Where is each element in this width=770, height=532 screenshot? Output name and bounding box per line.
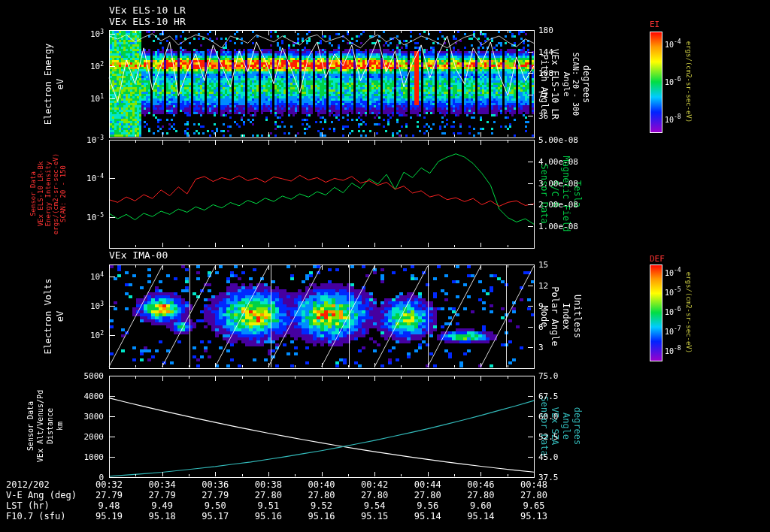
p1-right-label-pitch-angle: Pitch Angle bbox=[539, 54, 550, 113]
p1-ytick: 101 bbox=[53, 93, 104, 104]
p1-right-tick: 72 bbox=[538, 89, 576, 99]
p1-right-tick: 180 bbox=[538, 26, 576, 35]
table-cell: 27.80 bbox=[352, 490, 397, 500]
colorbar2-tick: 10-7 bbox=[665, 325, 695, 335]
p2-right-label-sensor-data: Sensor Data bbox=[539, 164, 550, 223]
p1-right-tick: 36 bbox=[538, 111, 576, 121]
time-label: 00:38 bbox=[246, 479, 291, 490]
p4-ytick: 3000 bbox=[53, 412, 104, 422]
table-cell: 9.65 bbox=[511, 500, 556, 511]
p4-right-tick: 67.5 bbox=[538, 391, 576, 401]
p1-right-label-instrument: VEx ELS-10 LR bbox=[550, 49, 560, 119]
p4-left-label-sensor-data: Sensor Data bbox=[26, 401, 35, 451]
p1-right-label-scan: SCAN: 20 - 300 bbox=[571, 53, 580, 116]
p2-ytick: 10-4 bbox=[53, 173, 104, 184]
table-cell: 9.48 bbox=[86, 500, 132, 511]
table-cell: 27.79 bbox=[86, 490, 132, 500]
plot-canvas bbox=[0, 0, 770, 532]
table-cell: 9.54 bbox=[352, 500, 397, 511]
p4-right-tick: 45.0 bbox=[538, 452, 576, 462]
table-cell: 95.19 bbox=[86, 511, 132, 521]
colorbar1-tick: 10-8 bbox=[665, 113, 695, 123]
time-label: 00:44 bbox=[405, 479, 450, 490]
table-cell: 95.18 bbox=[140, 511, 185, 521]
p2-right-label-magnetic-field: Magnetic Field bbox=[561, 156, 571, 231]
vex-quicklook-plot: VEx ELS-10 LR VEx ELS-10 HR VEx IMA-00 E… bbox=[0, 0, 770, 532]
p3-ytick: 103 bbox=[53, 301, 104, 312]
colorbar1-title: EI bbox=[650, 20, 659, 29]
p3-axis-label-electron-volts: Electron Volts bbox=[43, 278, 53, 354]
p4-right-tick: 60.0 bbox=[538, 412, 576, 422]
table-cell: 27.80 bbox=[246, 490, 291, 500]
p4-ytick: 2000 bbox=[53, 432, 104, 442]
p3-right-tick: 12 bbox=[538, 280, 576, 290]
p4-right-label-sensor-data: Sensor Data bbox=[539, 396, 550, 455]
p3-ytick: 102 bbox=[53, 330, 104, 341]
p3-right-tick: 6 bbox=[538, 322, 576, 331]
table-cell: 27.79 bbox=[140, 490, 185, 500]
p1-ytick: 102 bbox=[53, 61, 104, 72]
table-row-label: 2012/202 bbox=[6, 479, 50, 490]
p3-right-tick: 9 bbox=[538, 301, 576, 311]
colorbar1-tick: 10-6 bbox=[665, 76, 695, 86]
table-cell: 27.80 bbox=[458, 490, 503, 500]
time-label: 00:40 bbox=[299, 479, 344, 490]
time-label: 00:48 bbox=[511, 479, 556, 490]
p2-right-tick: 1.00e-08 bbox=[538, 222, 587, 231]
p2-right-tick: 5.00e-08 bbox=[538, 135, 587, 145]
p2-left-label-instrument: VEx ELS-10 LR-Bk bbox=[37, 162, 44, 227]
p3-ytick: 104 bbox=[53, 271, 104, 283]
p2-right-tick: 4.00e-08 bbox=[538, 156, 587, 166]
p3-right-tick: 3 bbox=[538, 343, 576, 352]
colorbar2-tick: 10-4 bbox=[665, 267, 695, 277]
p1-right-label-degrees: degrees bbox=[581, 65, 592, 104]
time-label: 00:36 bbox=[192, 479, 238, 490]
table-row-label: LST (hr) bbox=[6, 500, 50, 511]
table-row-label: F10.7 (sfu) bbox=[6, 511, 65, 521]
colorbar2-title: DEF bbox=[650, 254, 665, 264]
table-cell: 95.13 bbox=[511, 511, 556, 521]
time-label: 00:34 bbox=[140, 479, 185, 490]
colorbar2-tick: 10-5 bbox=[665, 286, 695, 296]
p3-right-tick: 15 bbox=[538, 260, 576, 270]
table-cell: 95.17 bbox=[192, 511, 238, 521]
p4-right-tick: 52.5 bbox=[538, 432, 576, 442]
colorbar2-tick: 10-6 bbox=[665, 306, 695, 316]
p4-right-tick: 75.0 bbox=[538, 371, 576, 381]
p1-ytick: 103 bbox=[53, 29, 104, 40]
table-cell: 9.56 bbox=[405, 500, 450, 511]
panel1-title-line2: VEx ELS-10 HR bbox=[109, 16, 186, 27]
p4-ytick: 4000 bbox=[53, 391, 104, 401]
p2-left-label-sensor-data: Sensor Data bbox=[29, 171, 37, 216]
table-cell: 9.52 bbox=[299, 500, 344, 511]
p4-left-label-km: km bbox=[56, 422, 64, 431]
panel1-title-line1: VEx ELS-10 LR bbox=[109, 5, 186, 16]
time-label: 00:32 bbox=[86, 479, 132, 490]
table-cell: 9.49 bbox=[140, 500, 185, 511]
table-cell: 27.80 bbox=[511, 490, 556, 500]
table-cell: 95.15 bbox=[352, 511, 397, 521]
p2-left-label-energy-intensity: Energy Intensity bbox=[44, 162, 52, 227]
colorbar1-tick: 10-4 bbox=[665, 38, 695, 48]
p1-right-tick: 144 bbox=[538, 47, 576, 56]
table-row-label: V-E Ang (deg) bbox=[6, 490, 77, 500]
table-cell: 95.14 bbox=[458, 511, 503, 521]
p4-ytick: 1000 bbox=[53, 452, 104, 462]
table-cell: 95.16 bbox=[299, 511, 344, 521]
time-label: 00:42 bbox=[352, 479, 397, 490]
panel3-title: VEx IMA-00 bbox=[109, 249, 168, 261]
time-label: 00:46 bbox=[458, 479, 503, 490]
table-cell: 27.80 bbox=[405, 490, 450, 500]
table-cell: 27.80 bbox=[299, 490, 344, 500]
p3-axis-label-ev: eV bbox=[55, 311, 65, 322]
p1-axis-label-electron-energy: Electron Energy bbox=[43, 44, 53, 125]
colorbar2-tick: 10-8 bbox=[665, 345, 695, 355]
p4-left-label-alt: VEx Alt/Venus/Pd bbox=[36, 390, 44, 462]
table-cell: 9.50 bbox=[192, 500, 238, 511]
table-cell: 9.51 bbox=[246, 500, 291, 511]
table-cell: 9.60 bbox=[458, 500, 503, 511]
p2-right-tick: 2.00e-08 bbox=[538, 200, 587, 210]
p1-axis-label-ev: eV bbox=[55, 79, 65, 89]
p3-right-label-polar-angle: Polar Angle bbox=[550, 286, 560, 346]
p4-ytick: 5000 bbox=[53, 371, 104, 381]
